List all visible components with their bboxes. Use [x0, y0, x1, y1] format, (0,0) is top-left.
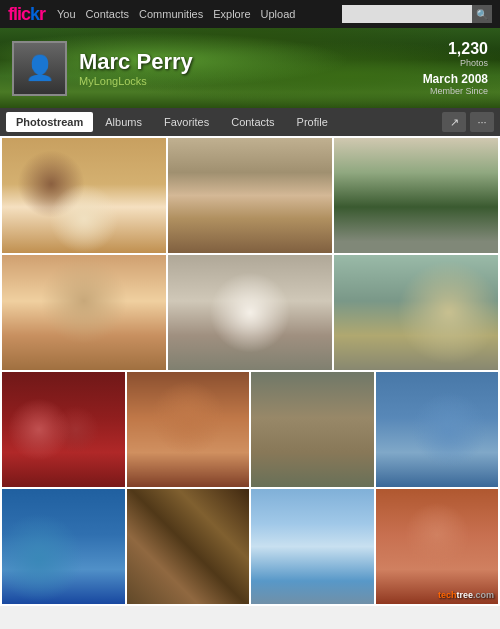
top-nav-links: You Contacts Communities Explore Upload [57, 8, 330, 20]
member-since-date: March 2008 [423, 72, 488, 86]
photos-label: Photos [423, 58, 488, 68]
photo-dog[interactable] [168, 255, 332, 370]
search-area: 🔍 [342, 5, 492, 23]
search-button[interactable]: 🔍 [472, 5, 492, 23]
photo-bottles[interactable] [2, 372, 125, 487]
sub-nav-actions: ↗ ··· [442, 112, 494, 132]
tab-albums[interactable]: Albums [95, 112, 152, 132]
photo-food-sandwich[interactable] [2, 138, 166, 253]
avatar[interactable]: 👤 [12, 41, 67, 96]
tab-photostream[interactable]: Photostream [6, 112, 93, 132]
photo-row-3 [2, 372, 498, 487]
more-button[interactable]: ··· [470, 112, 494, 132]
tab-contacts[interactable]: Contacts [221, 112, 284, 132]
avatar-image: 👤 [14, 43, 65, 94]
nav-link-you[interactable]: You [57, 8, 76, 20]
top-navigation: flickr You Contacts Communities Explore … [0, 0, 500, 28]
photo-man[interactable]: techtree.com [376, 489, 499, 604]
nav-link-explore[interactable]: Explore [213, 8, 250, 20]
nav-link-upload[interactable]: Upload [261, 8, 296, 20]
member-since-label: Member Since [423, 86, 488, 96]
share-button[interactable]: ↗ [442, 112, 466, 132]
photo-icecream[interactable] [2, 255, 166, 370]
watermark: techtree.com [438, 590, 494, 600]
photos-count: 1,230 [423, 40, 488, 58]
tab-favorites[interactable]: Favorites [154, 112, 219, 132]
photo-bags[interactable] [168, 138, 332, 253]
photo-row-4: techtree.com [2, 489, 498, 604]
flickr-logo[interactable]: flickr [8, 4, 45, 25]
photo-row-1 [2, 138, 498, 253]
nav-link-contacts[interactable]: Contacts [86, 8, 129, 20]
profile-name: Marc Perry [79, 49, 411, 75]
photo-bridge[interactable] [251, 489, 374, 604]
tab-profile[interactable]: Profile [287, 112, 338, 132]
profile-username[interactable]: MyLongLocks [79, 75, 411, 87]
photo-car[interactable] [2, 489, 125, 604]
profile-stats: 1,230 Photos March 2008 Member Since [423, 40, 488, 96]
search-input[interactable] [342, 5, 472, 23]
profile-banner: 👤 Marc Perry MyLongLocks 1,230 Photos Ma… [0, 28, 500, 108]
photo-food2[interactable] [127, 372, 250, 487]
photo-street[interactable] [334, 138, 498, 253]
nav-link-communities[interactable]: Communities [139, 8, 203, 20]
sub-navigation: Photostream Albums Favorites Contacts Pr… [0, 108, 500, 136]
photo-chain[interactable] [127, 489, 250, 604]
profile-info: Marc Perry MyLongLocks [79, 49, 411, 87]
photo-grid: techtree.com [0, 136, 500, 606]
photo-sophie[interactable] [251, 372, 374, 487]
photo-duck[interactable] [334, 255, 498, 370]
photo-chair[interactable] [376, 372, 499, 487]
photo-row-2 [2, 255, 498, 370]
